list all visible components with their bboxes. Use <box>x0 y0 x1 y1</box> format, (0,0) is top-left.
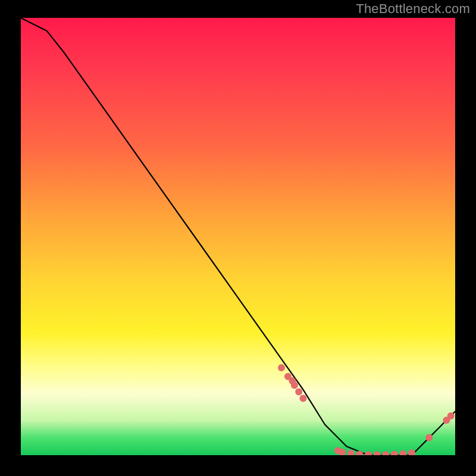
data-point <box>295 388 302 395</box>
data-point <box>291 381 298 389</box>
data-point <box>447 412 455 419</box>
attribution-label: TheBottleneck.com <box>356 1 470 17</box>
marker-group <box>278 364 455 455</box>
plot-area <box>21 18 455 455</box>
data-point <box>374 451 381 455</box>
bottleneck-curve <box>21 18 455 455</box>
data-point <box>300 395 307 402</box>
data-point <box>391 451 398 456</box>
data-point <box>399 450 406 455</box>
chart-frame: TheBottleneck.com <box>0 0 476 476</box>
chart-overlay <box>21 18 455 455</box>
data-point <box>408 449 415 455</box>
data-point <box>382 451 389 455</box>
data-point <box>356 451 363 456</box>
data-point <box>347 450 355 455</box>
data-point <box>278 364 285 371</box>
data-point <box>365 451 372 455</box>
data-point <box>425 434 433 441</box>
